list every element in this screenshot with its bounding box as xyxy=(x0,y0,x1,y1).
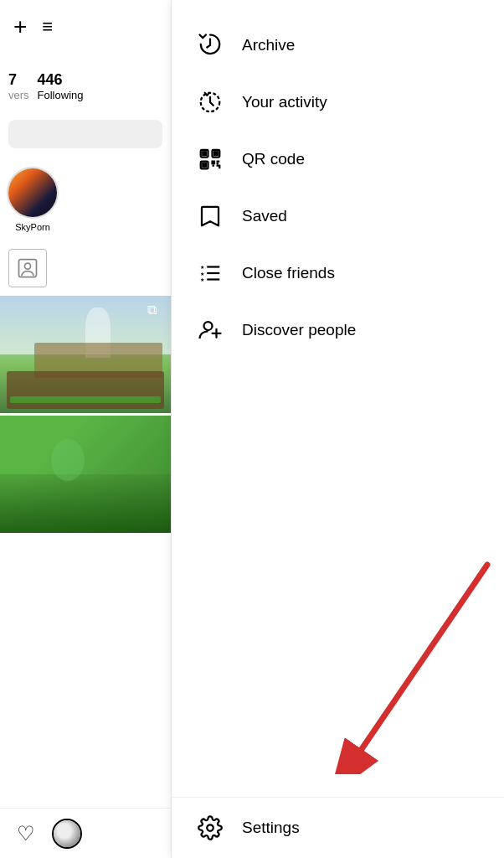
bottom-bar: ♡ xyxy=(0,808,172,858)
discover-icon xyxy=(195,315,225,345)
top-icons: + ≡ xyxy=(0,0,171,47)
story-label: SkyPorn xyxy=(15,222,50,232)
following-label: Following xyxy=(38,89,84,101)
svg-point-15 xyxy=(204,322,213,330)
settings-label: Settings xyxy=(242,819,300,837)
story-item-skyporn[interactable]: SkyPorn xyxy=(7,167,59,232)
svg-line-19 xyxy=(362,565,487,749)
red-arrow xyxy=(270,556,504,774)
story-avatar xyxy=(7,167,59,219)
saved-icon xyxy=(195,201,225,231)
svg-rect-8 xyxy=(203,163,206,167)
person-icon-area xyxy=(0,240,171,292)
activity-icon xyxy=(195,87,225,117)
photo-grid: ⧉ xyxy=(0,292,171,533)
followers-stat: 7 vers xyxy=(8,72,29,101)
svg-rect-6 xyxy=(203,152,206,155)
menu-item-close-friends[interactable]: ★ ★ ★ Close friends xyxy=(172,245,504,302)
svg-text:★: ★ xyxy=(200,264,204,270)
followers-label: vers xyxy=(8,89,29,101)
person-icon xyxy=(8,249,47,287)
bench-detail xyxy=(7,371,164,409)
following-number: 446 xyxy=(38,72,63,89)
heart-icon[interactable]: ♡ xyxy=(17,822,35,845)
profile-avatar[interactable] xyxy=(52,819,82,849)
svg-point-20 xyxy=(207,824,213,831)
close-friends-icon: ★ ★ ★ xyxy=(195,258,225,288)
qr-label: QR code xyxy=(242,150,305,168)
photo-outdoor-image: ⧉ xyxy=(0,296,171,413)
stories-row: SkyPorn xyxy=(0,158,171,240)
photo-item-outdoor[interactable]: ⧉ xyxy=(0,296,171,413)
settings-section: Settings xyxy=(172,797,504,858)
multi-photo-indicator: ⧉ xyxy=(147,302,164,319)
close-friends-label: Close friends xyxy=(242,264,335,282)
activity-label: Your activity xyxy=(242,93,327,111)
settings-icon xyxy=(195,813,225,843)
menu-item-discover[interactable]: Discover people xyxy=(172,302,504,359)
svg-text:★: ★ xyxy=(200,277,204,282)
menu-item-archive[interactable]: Archive xyxy=(172,17,504,74)
new-post-icon[interactable]: + xyxy=(13,15,27,39)
discover-label: Discover people xyxy=(242,321,356,339)
menu-item-settings[interactable]: Settings xyxy=(172,798,504,858)
photo-green-image xyxy=(0,416,171,533)
menu-item-activity[interactable]: Your activity xyxy=(172,74,504,131)
profile-stats: 7 vers 446 Following xyxy=(0,47,171,110)
sunset-avatar-image xyxy=(8,168,57,217)
svg-rect-7 xyxy=(214,152,218,155)
saved-label: Saved xyxy=(242,207,287,225)
svg-text:★: ★ xyxy=(200,271,204,277)
search-bar[interactable] xyxy=(8,120,162,148)
archive-icon xyxy=(195,30,225,60)
menu-list: Archive Your activity xyxy=(172,0,504,359)
photo-item-green[interactable] xyxy=(0,416,171,533)
svg-point-1 xyxy=(25,263,31,269)
following-stat[interactable]: 446 Following xyxy=(38,72,84,101)
dropdown-menu: Archive Your activity xyxy=(172,0,504,858)
archive-label: Archive xyxy=(242,36,295,54)
followers-number: 7 xyxy=(8,72,17,89)
hamburger-icon[interactable]: ≡ xyxy=(42,18,53,36)
menu-item-qr[interactable]: QR code xyxy=(172,131,504,188)
avatar-image xyxy=(54,820,80,847)
menu-item-saved[interactable]: Saved xyxy=(172,188,504,245)
qr-icon xyxy=(195,144,225,174)
left-panel: + ≡ 7 vers 446 Following SkyPorn xyxy=(0,0,172,858)
